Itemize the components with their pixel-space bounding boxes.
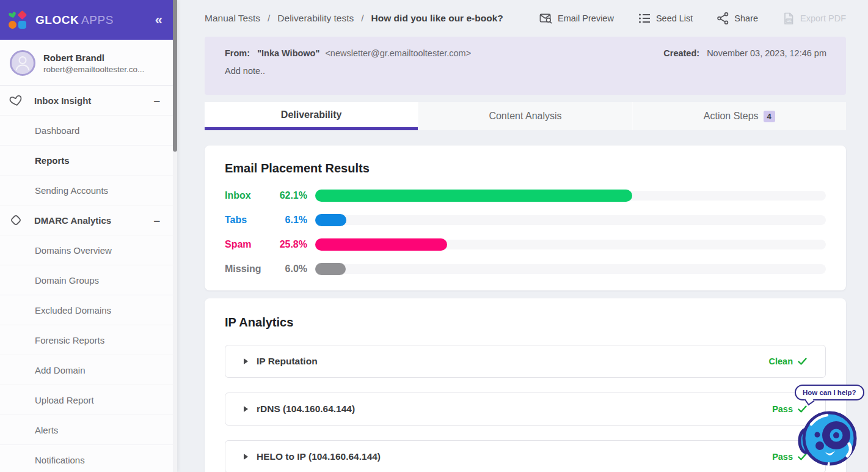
sidebar-item-domains-overview[interactable]: Domains Overview bbox=[0, 235, 177, 265]
sidebar-section-dmarc-analytics[interactable]: DMARC Analytics – bbox=[0, 205, 177, 235]
from-sender-name: "Inka Wibowo" bbox=[257, 48, 319, 58]
sidebar-item-forensic-reports[interactable]: Forensic Reports bbox=[0, 325, 177, 355]
diamond-icon bbox=[9, 213, 23, 227]
svg-text:PDF: PDF bbox=[787, 19, 792, 22]
sidebar-item-domain-groups[interactable]: Domain Groups bbox=[0, 265, 177, 295]
share-label: Share bbox=[734, 13, 758, 23]
logo-square-icon bbox=[18, 21, 26, 29]
sidebar: GLOCKAPPS « Robert Brandl robert@emailto… bbox=[0, 0, 177, 472]
action-steps-count-badge: 4 bbox=[764, 111, 775, 122]
sidebar-item-excluded-domains[interactable]: Excluded Domains bbox=[0, 295, 177, 325]
placement-row-inbox: Inbox 62.1% bbox=[225, 190, 826, 202]
created-line: Created: November 03, 2023, 12:46 pm bbox=[663, 48, 826, 58]
sidebar-item-label: Domains Overview bbox=[35, 245, 112, 256]
placement-label: Tabs bbox=[225, 215, 277, 226]
created-value: November 03, 2023, 12:46 pm bbox=[707, 48, 826, 58]
sidebar-item-reports[interactable]: Reports bbox=[0, 146, 177, 175]
tab-deliverability[interactable]: Deliverability bbox=[205, 102, 418, 130]
logo-diamond-icon bbox=[18, 10, 27, 20]
breadcrumb-current-test: How did you like our e-book? bbox=[371, 13, 503, 24]
sidebar-item-add-domain[interactable]: Add Domain bbox=[0, 355, 177, 385]
placement-label: Missing bbox=[225, 264, 277, 275]
status-text: Clean bbox=[769, 356, 793, 366]
topbar: Manual Tests / Deliverability tests / Ho… bbox=[205, 0, 846, 37]
sidebar-section-label: DMARC Analytics bbox=[34, 215, 111, 226]
created-label: Created: bbox=[663, 48, 699, 58]
breadcrumb-manual-tests[interactable]: Manual Tests bbox=[205, 13, 260, 24]
placement-value: 25.8% bbox=[277, 239, 307, 250]
sidebar-item-upload-report[interactable]: Upload Report bbox=[0, 385, 177, 415]
ip-reputation-row[interactable]: IP Reputation Clean bbox=[225, 345, 826, 378]
brand-title-bold: GLOCK bbox=[35, 13, 79, 26]
heart-icon bbox=[9, 93, 23, 108]
user-profile[interactable]: Robert Brandl robert@emailtooltester.co.… bbox=[0, 40, 177, 86]
sidebar-item-label: Notifications bbox=[35, 455, 85, 465]
status-badge: Clean bbox=[769, 356, 808, 366]
brand-title-light: APPS bbox=[81, 13, 114, 26]
sidebar-scrollbar-thumb[interactable] bbox=[173, 0, 177, 152]
caret-right-icon bbox=[244, 454, 248, 460]
email-preview-button[interactable]: Email Preview bbox=[539, 12, 614, 24]
sidebar-item-label: Excluded Domains bbox=[35, 305, 111, 315]
placement-bar-track bbox=[315, 264, 826, 274]
sidebar-item-label: Upload Report bbox=[35, 395, 94, 405]
seed-list-button[interactable]: Seed List bbox=[638, 12, 693, 24]
chat-mascot-button[interactable] bbox=[798, 407, 857, 471]
user-meta: Robert Brandl robert@emailtooltester.co.… bbox=[43, 53, 144, 74]
status-text: Pass bbox=[772, 404, 793, 414]
placement-value: 6.1% bbox=[277, 215, 307, 226]
topbar-actions: Email Preview Seed List bbox=[539, 12, 846, 25]
chat-help-bubble[interactable]: How can I help? bbox=[795, 385, 864, 400]
sidebar-section-label: Inbox Insight bbox=[34, 95, 91, 106]
placement-value: 62.1% bbox=[277, 190, 307, 201]
placement-bar-track bbox=[315, 191, 826, 201]
caret-right-icon bbox=[244, 358, 248, 364]
glockapps-logo-icon bbox=[9, 11, 27, 29]
ip-row-label: IP Reputation bbox=[257, 356, 318, 367]
sidebar-item-label: Dashboard bbox=[35, 125, 79, 136]
status-text: Pass bbox=[772, 452, 793, 462]
sidebar-item-alerts[interactable]: Alerts bbox=[0, 415, 177, 445]
placement-title: Email Placement Results bbox=[225, 161, 826, 175]
rdns-row[interactable]: rDNS (104.160.64.144) Pass bbox=[225, 393, 826, 426]
logo-heart-icon bbox=[9, 11, 16, 19]
placement-value: 6.0% bbox=[277, 264, 307, 275]
sidebar-section-inbox-insight[interactable]: Inbox Insight – bbox=[0, 86, 177, 116]
robot-mascot-icon bbox=[798, 407, 857, 468]
placement-row-missing: Missing 6.0% bbox=[225, 263, 826, 275]
placement-bar-tabs bbox=[315, 214, 346, 226]
check-icon bbox=[798, 358, 807, 365]
sidebar-collapse-button[interactable]: « bbox=[155, 13, 162, 27]
sidebar-item-label: Forensic Reports bbox=[35, 335, 104, 345]
sidebar-item-label: Sending Accounts bbox=[35, 185, 108, 196]
breadcrumb: Manual Tests / Deliverability tests / Ho… bbox=[205, 13, 503, 24]
from-label: From: bbox=[225, 48, 250, 58]
ip-analytics-card: IP Analytics IP Reputation Clean rDNS (1… bbox=[205, 298, 846, 472]
collapse-minus-icon[interactable]: – bbox=[153, 215, 160, 226]
email-placement-card: Email Placement Results Inbox 62.1% Tabs… bbox=[205, 146, 846, 290]
sidebar-item-notifications[interactable]: Notifications bbox=[0, 445, 177, 472]
export-pdf-button[interactable]: PDF Export PDF bbox=[782, 12, 846, 25]
placement-bar-missing bbox=[315, 263, 346, 275]
placement-label: Inbox bbox=[225, 190, 277, 201]
avatar bbox=[10, 50, 35, 76]
test-info-banner: From: "Inka Wibowo" <newsletter@gr.email… bbox=[205, 37, 846, 95]
tab-label: Content Analysis bbox=[489, 111, 561, 122]
add-note-link[interactable]: Add note.. bbox=[225, 66, 265, 76]
placement-bar-spam bbox=[315, 238, 447, 251]
email-preview-icon bbox=[539, 12, 552, 24]
tab-content-analysis[interactable]: Content Analysis bbox=[418, 102, 632, 130]
helo-to-ip-row[interactable]: HELO to IP (104.160.64.144) Pass bbox=[225, 440, 826, 472]
share-button[interactable]: Share bbox=[717, 12, 758, 24]
tab-action-steps[interactable]: Action Steps 4 bbox=[632, 102, 846, 130]
ip-row-label: HELO to IP (104.160.64.144) bbox=[257, 451, 381, 462]
collapse-minus-icon[interactable]: – bbox=[153, 95, 160, 106]
breadcrumb-deliverability-tests[interactable]: Deliverability tests bbox=[277, 13, 354, 24]
tab-label: Deliverability bbox=[281, 109, 342, 120]
export-pdf-icon: PDF bbox=[782, 12, 795, 25]
export-pdf-label: Export PDF bbox=[800, 13, 846, 23]
chat-bubble-text: How can I help? bbox=[803, 389, 856, 396]
sidebar-item-label: Reports bbox=[35, 155, 70, 166]
sidebar-item-sending-accounts[interactable]: Sending Accounts bbox=[0, 175, 177, 205]
sidebar-item-dashboard[interactable]: Dashboard bbox=[0, 116, 177, 146]
